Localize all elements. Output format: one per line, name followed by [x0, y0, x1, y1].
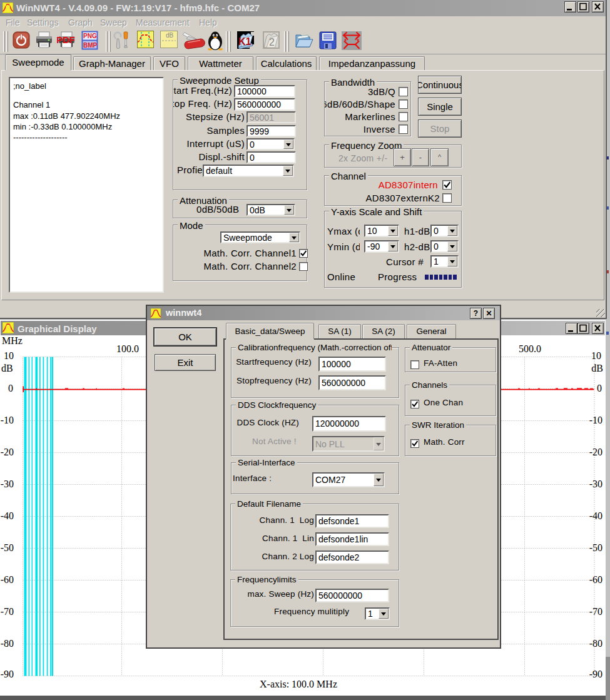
svg-text:K1: K1	[238, 36, 252, 47]
svg-text:dB: dB	[166, 32, 174, 39]
svg-text:PDF: PDF	[57, 34, 75, 45]
svg-text:2: 2	[269, 37, 275, 48]
svg-text:BMP: BMP	[83, 42, 98, 49]
svg-text:PNG: PNG	[83, 33, 97, 39]
